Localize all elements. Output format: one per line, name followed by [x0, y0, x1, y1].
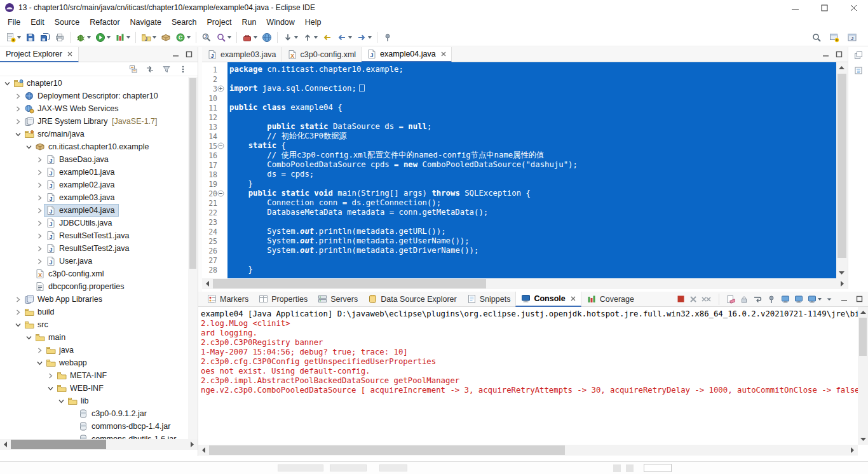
fold-minus-icon[interactable] — [217, 142, 227, 149]
console-view-menu-button[interactable] — [826, 296, 832, 302]
chevron-right-icon[interactable] — [35, 346, 44, 355]
chevron-down-icon[interactable] — [46, 384, 55, 393]
editor-vertical-scrollbar[interactable] — [836, 62, 848, 278]
save-button[interactable] — [24, 30, 37, 44]
terminate-button[interactable] — [677, 295, 685, 303]
close-view-icon[interactable] — [571, 296, 576, 301]
fold-plus-icon[interactable] — [217, 85, 227, 92]
scroll-down-icon[interactable] — [836, 267, 847, 278]
external-tools-button[interactable] — [240, 30, 259, 44]
scroll-down-icon[interactable] — [858, 434, 868, 445]
menu-file[interactable]: File — [3, 17, 25, 28]
chevron-right-icon[interactable] — [46, 371, 55, 380]
clear-console-button[interactable] — [726, 295, 735, 304]
scroll-right-icon[interactable] — [847, 445, 858, 456]
scroll-left-icon[interactable] — [202, 278, 213, 289]
print-button[interactable] — [53, 30, 67, 44]
view-tab-console[interactable]: Console — [515, 292, 581, 307]
minimize-view-button[interactable] — [172, 51, 179, 58]
scroll-up-icon[interactable] — [858, 307, 868, 318]
tree-item-chapter10[interactable]: chapter10 — [0, 77, 188, 90]
remove-launch-button[interactable] — [689, 295, 697, 303]
view-tab-markers[interactable]: Markers — [202, 292, 254, 307]
tree-item-java[interactable]: java — [0, 344, 188, 356]
remove-all-launches-button[interactable] — [702, 295, 712, 303]
menu-run[interactable]: Run — [236, 17, 261, 28]
scrollbar-thumb[interactable] — [209, 445, 565, 455]
close-explorer-icon[interactable] — [67, 51, 72, 57]
scroll-right-icon[interactable] — [187, 439, 198, 450]
tree-item-resultsettest1-java[interactable]: JResultSetTest1.java — [0, 229, 188, 242]
pin-editor-button[interactable] — [381, 30, 395, 44]
fold-minus-icon[interactable] — [217, 190, 227, 197]
tree-item-src-main-java[interactable]: src/main/java — [0, 128, 188, 140]
chevron-down-icon[interactable] — [13, 320, 22, 329]
search-button[interactable] — [810, 30, 824, 44]
menu-edit[interactable]: Edit — [25, 17, 50, 28]
chevron-right-icon[interactable] — [35, 180, 44, 189]
forward-button[interactable] — [355, 30, 374, 44]
chevron-right-icon[interactable] — [13, 91, 22, 100]
tree-item-web-app-libraries[interactable]: Web App Libraries — [0, 293, 188, 306]
tree-item-example04-java[interactable]: Jexample04.java — [0, 204, 188, 217]
chevron-right-icon[interactable] — [35, 155, 44, 164]
java-perspective-button[interactable]: J — [845, 30, 859, 44]
new-class-button[interactable]: C — [173, 30, 193, 44]
tree-item-example03-java[interactable]: Jexample03.java — [0, 191, 188, 204]
tree-item-commons-dbcp-1-4-jar[interactable]: commons-dbcp-1.4.jar — [0, 420, 188, 433]
menu-source[interactable]: Source — [50, 17, 85, 28]
maximize-editor-button[interactable] — [836, 51, 843, 58]
pin-console-button[interactable] — [766, 294, 776, 304]
chevron-right-icon[interactable] — [13, 104, 22, 113]
tree-item-build[interactable]: build — [0, 306, 188, 318]
chevron-down-icon[interactable] — [57, 396, 65, 405]
menu-project[interactable]: Project — [202, 17, 237, 28]
tree-item-jdbcutils-java[interactable]: JJDBCUtils.java — [0, 217, 188, 229]
new-package-button[interactable] — [159, 30, 173, 44]
console-output-area[interactable]: example04 [Java Application] D:\javaweb\… — [198, 307, 858, 419]
chevron-right-icon[interactable] — [13, 117, 22, 126]
outline-view-icon[interactable] — [854, 66, 863, 75]
menu-search[interactable]: Search — [166, 17, 202, 28]
tree-item-c3p0-0-9-1-2-jar[interactable]: c3p0-0.9.1.2.jar — [0, 407, 188, 420]
restore-views-icon[interactable] — [854, 51, 863, 60]
new-button[interactable] — [4, 30, 23, 44]
editor-tab-c3p0-config-xml[interactable]: Xc3p0-config.xml — [282, 47, 362, 62]
scroll-right-icon[interactable] — [837, 278, 848, 289]
code-area[interactable]: package cn.iticast.chapter10.example;imp… — [227, 62, 836, 278]
back-button[interactable] — [335, 30, 354, 44]
editor-body[interactable]: 1231011121314151617181920212223242526272… — [202, 62, 848, 278]
show-stderr-button[interactable] — [794, 295, 803, 304]
view-tab-properties[interactable]: Properties — [254, 292, 313, 307]
tree-item-src[interactable]: src — [0, 318, 188, 331]
menu-refactor[interactable]: Refactor — [85, 17, 125, 28]
chevron-down-icon[interactable] — [3, 79, 11, 88]
tree-item-lib[interactable]: lib — [0, 395, 188, 407]
tree-item-example02-java[interactable]: Jexample02.java — [0, 179, 188, 191]
link-editor-button[interactable] — [144, 64, 156, 75]
web-browser-button[interactable] — [260, 30, 274, 44]
tree-item-basedao-java[interactable]: JBaseDao.java — [0, 153, 188, 166]
chevron-right-icon[interactable] — [13, 308, 22, 316]
chevron-down-icon[interactable] — [35, 358, 44, 367]
chevron-right-icon[interactable] — [35, 219, 44, 227]
scroll-up-icon[interactable] — [836, 62, 847, 73]
tab-project-explorer[interactable]: Project Explorer — [0, 47, 79, 62]
maximize-view-button[interactable] — [186, 51, 193, 58]
chevron-down-icon[interactable] — [13, 130, 22, 139]
scrollbar-thumb[interactable] — [859, 318, 867, 356]
scroll-left-icon[interactable] — [198, 445, 209, 456]
menu-help[interactable]: Help — [300, 17, 327, 28]
tree-item-user-java[interactable]: JUser.java — [0, 255, 188, 267]
scrollbar-thumb[interactable] — [213, 279, 486, 288]
view-tab-snippets[interactable]: Snippets — [462, 292, 516, 307]
open-type-button[interactable]: J — [200, 30, 214, 44]
minimize-view-button[interactable] — [841, 295, 848, 302]
chevron-right-icon[interactable] — [13, 295, 22, 304]
collapse-all-button[interactable] — [128, 64, 139, 75]
tree-item-dbcpconfig-properties[interactable]: dbcpconfig.properties — [0, 280, 188, 293]
scroll-left-icon[interactable] — [0, 439, 11, 450]
tree-item-meta-inf[interactable]: META-INF — [0, 369, 188, 382]
tree-item-example01-java[interactable]: Jexample01.java — [0, 166, 188, 179]
editor-tab-example04-java[interactable]: Jexample04.java — [362, 47, 452, 62]
